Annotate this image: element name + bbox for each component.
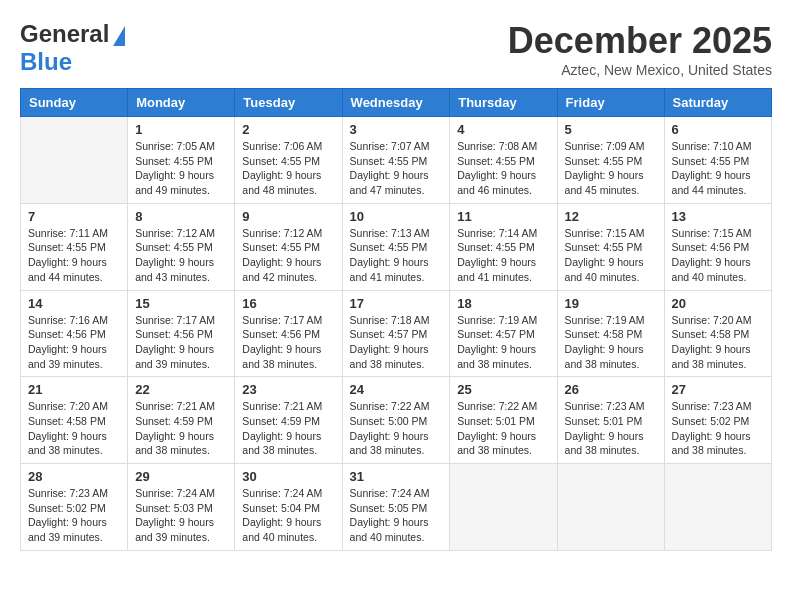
daylight-text: Daylight: 9 hours and 49 minutes.	[135, 169, 214, 196]
sunset-text: Sunset: 4:56 PM	[672, 241, 750, 253]
calendar-cell: 24Sunrise: 7:22 AMSunset: 5:00 PMDayligh…	[342, 377, 450, 464]
sunrise-text: Sunrise: 7:16 AM	[28, 314, 108, 326]
daylight-text: Daylight: 9 hours and 38 minutes.	[457, 430, 536, 457]
sunset-text: Sunset: 4:57 PM	[457, 328, 535, 340]
day-info: Sunrise: 7:21 AMSunset: 4:59 PMDaylight:…	[242, 399, 334, 458]
day-info: Sunrise: 7:13 AMSunset: 4:55 PMDaylight:…	[350, 226, 443, 285]
sunset-text: Sunset: 4:56 PM	[28, 328, 106, 340]
calendar-cell	[557, 464, 664, 551]
day-info: Sunrise: 7:20 AMSunset: 4:58 PMDaylight:…	[28, 399, 120, 458]
daylight-text: Daylight: 9 hours and 38 minutes.	[242, 343, 321, 370]
sunset-text: Sunset: 4:57 PM	[350, 328, 428, 340]
calendar-cell: 15Sunrise: 7:17 AMSunset: 4:56 PMDayligh…	[128, 290, 235, 377]
header-sunday: Sunday	[21, 89, 128, 117]
calendar-week-row: 1Sunrise: 7:05 AMSunset: 4:55 PMDaylight…	[21, 117, 772, 204]
header-wednesday: Wednesday	[342, 89, 450, 117]
day-number: 14	[28, 296, 120, 311]
sunset-text: Sunset: 4:55 PM	[28, 241, 106, 253]
page-container: General Blue December 2025 Aztec, New Me…	[20, 20, 772, 551]
daylight-text: Daylight: 9 hours and 43 minutes.	[135, 256, 214, 283]
sunrise-text: Sunrise: 7:15 AM	[672, 227, 752, 239]
daylight-text: Daylight: 9 hours and 40 minutes.	[350, 516, 429, 543]
sunset-text: Sunset: 5:01 PM	[565, 415, 643, 427]
sunrise-text: Sunrise: 7:24 AM	[350, 487, 430, 499]
sunset-text: Sunset: 4:55 PM	[565, 241, 643, 253]
sunset-text: Sunset: 4:56 PM	[135, 328, 213, 340]
day-info: Sunrise: 7:08 AMSunset: 4:55 PMDaylight:…	[457, 139, 549, 198]
daylight-text: Daylight: 9 hours and 38 minutes.	[672, 343, 751, 370]
sunset-text: Sunset: 5:00 PM	[350, 415, 428, 427]
daylight-text: Daylight: 9 hours and 42 minutes.	[242, 256, 321, 283]
sunset-text: Sunset: 4:59 PM	[135, 415, 213, 427]
header-friday: Friday	[557, 89, 664, 117]
calendar-cell: 28Sunrise: 7:23 AMSunset: 5:02 PMDayligh…	[21, 464, 128, 551]
calendar-cell: 23Sunrise: 7:21 AMSunset: 4:59 PMDayligh…	[235, 377, 342, 464]
header-tuesday: Tuesday	[235, 89, 342, 117]
daylight-text: Daylight: 9 hours and 41 minutes.	[350, 256, 429, 283]
calendar-cell: 14Sunrise: 7:16 AMSunset: 4:56 PMDayligh…	[21, 290, 128, 377]
day-number: 29	[135, 469, 227, 484]
calendar-cell: 20Sunrise: 7:20 AMSunset: 4:58 PMDayligh…	[664, 290, 771, 377]
daylight-text: Daylight: 9 hours and 40 minutes.	[565, 256, 644, 283]
logo-general-text: General	[20, 20, 109, 48]
daylight-text: Daylight: 9 hours and 38 minutes.	[135, 430, 214, 457]
day-info: Sunrise: 7:21 AMSunset: 4:59 PMDaylight:…	[135, 399, 227, 458]
day-number: 31	[350, 469, 443, 484]
day-info: Sunrise: 7:15 AMSunset: 4:55 PMDaylight:…	[565, 226, 657, 285]
day-info: Sunrise: 7:12 AMSunset: 4:55 PMDaylight:…	[135, 226, 227, 285]
sunset-text: Sunset: 4:55 PM	[565, 155, 643, 167]
sunrise-text: Sunrise: 7:22 AM	[457, 400, 537, 412]
calendar-cell: 30Sunrise: 7:24 AMSunset: 5:04 PMDayligh…	[235, 464, 342, 551]
sunrise-text: Sunrise: 7:15 AM	[565, 227, 645, 239]
calendar-cell	[21, 117, 128, 204]
calendar-cell: 26Sunrise: 7:23 AMSunset: 5:01 PMDayligh…	[557, 377, 664, 464]
day-info: Sunrise: 7:23 AMSunset: 5:02 PMDaylight:…	[28, 486, 120, 545]
daylight-text: Daylight: 9 hours and 38 minutes.	[350, 343, 429, 370]
calendar-cell: 27Sunrise: 7:23 AMSunset: 5:02 PMDayligh…	[664, 377, 771, 464]
sunset-text: Sunset: 4:58 PM	[28, 415, 106, 427]
calendar-cell: 2Sunrise: 7:06 AMSunset: 4:55 PMDaylight…	[235, 117, 342, 204]
day-info: Sunrise: 7:14 AMSunset: 4:55 PMDaylight:…	[457, 226, 549, 285]
day-number: 25	[457, 382, 549, 397]
calendar-table: Sunday Monday Tuesday Wednesday Thursday…	[20, 88, 772, 551]
daylight-text: Daylight: 9 hours and 46 minutes.	[457, 169, 536, 196]
sunrise-text: Sunrise: 7:13 AM	[350, 227, 430, 239]
daylight-text: Daylight: 9 hours and 44 minutes.	[28, 256, 107, 283]
day-number: 21	[28, 382, 120, 397]
daylight-text: Daylight: 9 hours and 38 minutes.	[672, 430, 751, 457]
calendar-cell: 31Sunrise: 7:24 AMSunset: 5:05 PMDayligh…	[342, 464, 450, 551]
daylight-text: Daylight: 9 hours and 38 minutes.	[565, 430, 644, 457]
day-number: 30	[242, 469, 334, 484]
day-number: 1	[135, 122, 227, 137]
day-info: Sunrise: 7:16 AMSunset: 4:56 PMDaylight:…	[28, 313, 120, 372]
day-number: 20	[672, 296, 764, 311]
sunrise-text: Sunrise: 7:20 AM	[28, 400, 108, 412]
calendar-cell: 21Sunrise: 7:20 AMSunset: 4:58 PMDayligh…	[21, 377, 128, 464]
daylight-text: Daylight: 9 hours and 40 minutes.	[242, 516, 321, 543]
day-number: 18	[457, 296, 549, 311]
daylight-text: Daylight: 9 hours and 41 minutes.	[457, 256, 536, 283]
day-info: Sunrise: 7:24 AMSunset: 5:03 PMDaylight:…	[135, 486, 227, 545]
calendar-cell: 17Sunrise: 7:18 AMSunset: 4:57 PMDayligh…	[342, 290, 450, 377]
daylight-text: Daylight: 9 hours and 44 minutes.	[672, 169, 751, 196]
day-number: 23	[242, 382, 334, 397]
sunrise-text: Sunrise: 7:05 AM	[135, 140, 215, 152]
sunrise-text: Sunrise: 7:11 AM	[28, 227, 108, 239]
day-number: 7	[28, 209, 120, 224]
calendar-cell: 25Sunrise: 7:22 AMSunset: 5:01 PMDayligh…	[450, 377, 557, 464]
day-number: 13	[672, 209, 764, 224]
day-number: 6	[672, 122, 764, 137]
sunset-text: Sunset: 4:55 PM	[457, 241, 535, 253]
day-number: 27	[672, 382, 764, 397]
calendar-cell: 18Sunrise: 7:19 AMSunset: 4:57 PMDayligh…	[450, 290, 557, 377]
sunrise-text: Sunrise: 7:17 AM	[135, 314, 215, 326]
daylight-text: Daylight: 9 hours and 38 minutes.	[565, 343, 644, 370]
weekday-header-row: Sunday Monday Tuesday Wednesday Thursday…	[21, 89, 772, 117]
header-thursday: Thursday	[450, 89, 557, 117]
calendar-cell: 7Sunrise: 7:11 AMSunset: 4:55 PMDaylight…	[21, 203, 128, 290]
sunset-text: Sunset: 5:03 PM	[135, 502, 213, 514]
calendar-cell: 1Sunrise: 7:05 AMSunset: 4:55 PMDaylight…	[128, 117, 235, 204]
daylight-text: Daylight: 9 hours and 48 minutes.	[242, 169, 321, 196]
day-number: 15	[135, 296, 227, 311]
sunrise-text: Sunrise: 7:18 AM	[350, 314, 430, 326]
